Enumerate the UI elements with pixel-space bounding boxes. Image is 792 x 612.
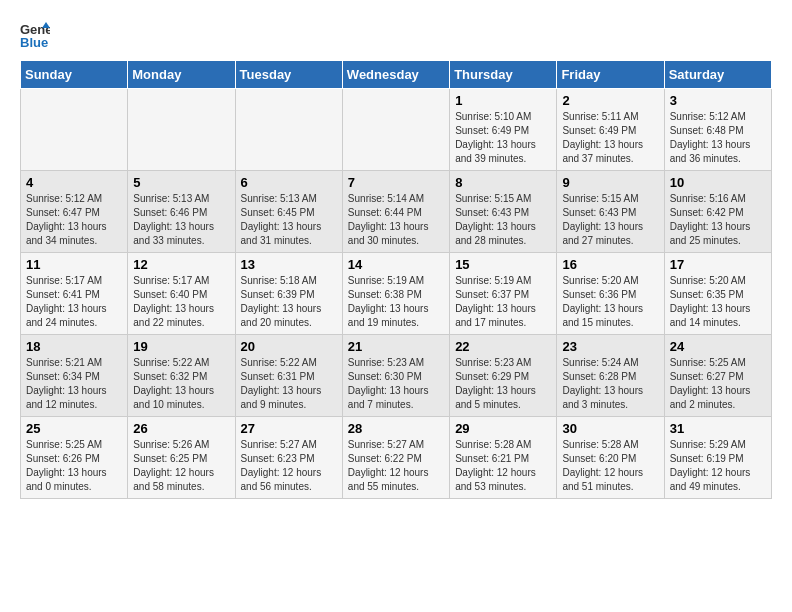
calendar-cell: 7Sunrise: 5:14 AM Sunset: 6:44 PM Daylig… bbox=[342, 171, 449, 253]
page-header: General Blue bbox=[20, 20, 772, 50]
day-info: Sunrise: 5:23 AM Sunset: 6:30 PM Dayligh… bbox=[348, 356, 444, 412]
calendar-cell: 26Sunrise: 5:26 AM Sunset: 6:25 PM Dayli… bbox=[128, 417, 235, 499]
header-cell-thursday: Thursday bbox=[450, 61, 557, 89]
calendar-cell: 11Sunrise: 5:17 AM Sunset: 6:41 PM Dayli… bbox=[21, 253, 128, 335]
day-number: 18 bbox=[26, 339, 122, 354]
calendar-cell: 23Sunrise: 5:24 AM Sunset: 6:28 PM Dayli… bbox=[557, 335, 664, 417]
header-row: SundayMondayTuesdayWednesdayThursdayFrid… bbox=[21, 61, 772, 89]
day-number: 1 bbox=[455, 93, 551, 108]
calendar-cell bbox=[342, 89, 449, 171]
day-info: Sunrise: 5:13 AM Sunset: 6:45 PM Dayligh… bbox=[241, 192, 337, 248]
calendar-cell: 16Sunrise: 5:20 AM Sunset: 6:36 PM Dayli… bbox=[557, 253, 664, 335]
calendar-cell: 27Sunrise: 5:27 AM Sunset: 6:23 PM Dayli… bbox=[235, 417, 342, 499]
calendar-cell: 28Sunrise: 5:27 AM Sunset: 6:22 PM Dayli… bbox=[342, 417, 449, 499]
calendar-cell: 15Sunrise: 5:19 AM Sunset: 6:37 PM Dayli… bbox=[450, 253, 557, 335]
logo-icon: General Blue bbox=[20, 20, 50, 50]
week-row-5: 25Sunrise: 5:25 AM Sunset: 6:26 PM Dayli… bbox=[21, 417, 772, 499]
calendar-cell bbox=[21, 89, 128, 171]
header-cell-saturday: Saturday bbox=[664, 61, 771, 89]
header-cell-tuesday: Tuesday bbox=[235, 61, 342, 89]
calendar-cell: 14Sunrise: 5:19 AM Sunset: 6:38 PM Dayli… bbox=[342, 253, 449, 335]
day-info: Sunrise: 5:27 AM Sunset: 6:22 PM Dayligh… bbox=[348, 438, 444, 494]
header-cell-friday: Friday bbox=[557, 61, 664, 89]
calendar-cell: 6Sunrise: 5:13 AM Sunset: 6:45 PM Daylig… bbox=[235, 171, 342, 253]
day-info: Sunrise: 5:20 AM Sunset: 6:35 PM Dayligh… bbox=[670, 274, 766, 330]
day-info: Sunrise: 5:17 AM Sunset: 6:40 PM Dayligh… bbox=[133, 274, 229, 330]
calendar-cell: 10Sunrise: 5:16 AM Sunset: 6:42 PM Dayli… bbox=[664, 171, 771, 253]
day-info: Sunrise: 5:19 AM Sunset: 6:37 PM Dayligh… bbox=[455, 274, 551, 330]
day-number: 21 bbox=[348, 339, 444, 354]
day-info: Sunrise: 5:28 AM Sunset: 6:21 PM Dayligh… bbox=[455, 438, 551, 494]
day-number: 26 bbox=[133, 421, 229, 436]
day-number: 30 bbox=[562, 421, 658, 436]
day-info: Sunrise: 5:27 AM Sunset: 6:23 PM Dayligh… bbox=[241, 438, 337, 494]
day-number: 2 bbox=[562, 93, 658, 108]
calendar-table: SundayMondayTuesdayWednesdayThursdayFrid… bbox=[20, 60, 772, 499]
calendar-cell: 13Sunrise: 5:18 AM Sunset: 6:39 PM Dayli… bbox=[235, 253, 342, 335]
day-number: 12 bbox=[133, 257, 229, 272]
calendar-cell: 31Sunrise: 5:29 AM Sunset: 6:19 PM Dayli… bbox=[664, 417, 771, 499]
calendar-cell: 20Sunrise: 5:22 AM Sunset: 6:31 PM Dayli… bbox=[235, 335, 342, 417]
day-number: 8 bbox=[455, 175, 551, 190]
logo: General Blue bbox=[20, 20, 54, 50]
day-number: 15 bbox=[455, 257, 551, 272]
header-cell-sunday: Sunday bbox=[21, 61, 128, 89]
day-number: 16 bbox=[562, 257, 658, 272]
calendar-cell: 9Sunrise: 5:15 AM Sunset: 6:43 PM Daylig… bbox=[557, 171, 664, 253]
week-row-1: 1Sunrise: 5:10 AM Sunset: 6:49 PM Daylig… bbox=[21, 89, 772, 171]
calendar-cell: 21Sunrise: 5:23 AM Sunset: 6:30 PM Dayli… bbox=[342, 335, 449, 417]
svg-text:Blue: Blue bbox=[20, 35, 48, 50]
day-number: 3 bbox=[670, 93, 766, 108]
day-number: 5 bbox=[133, 175, 229, 190]
day-number: 22 bbox=[455, 339, 551, 354]
day-info: Sunrise: 5:22 AM Sunset: 6:32 PM Dayligh… bbox=[133, 356, 229, 412]
day-number: 20 bbox=[241, 339, 337, 354]
day-info: Sunrise: 5:29 AM Sunset: 6:19 PM Dayligh… bbox=[670, 438, 766, 494]
day-number: 9 bbox=[562, 175, 658, 190]
day-number: 24 bbox=[670, 339, 766, 354]
day-info: Sunrise: 5:13 AM Sunset: 6:46 PM Dayligh… bbox=[133, 192, 229, 248]
day-info: Sunrise: 5:12 AM Sunset: 6:48 PM Dayligh… bbox=[670, 110, 766, 166]
day-info: Sunrise: 5:23 AM Sunset: 6:29 PM Dayligh… bbox=[455, 356, 551, 412]
calendar-cell: 19Sunrise: 5:22 AM Sunset: 6:32 PM Dayli… bbox=[128, 335, 235, 417]
day-number: 19 bbox=[133, 339, 229, 354]
header-cell-monday: Monday bbox=[128, 61, 235, 89]
day-number: 6 bbox=[241, 175, 337, 190]
day-number: 23 bbox=[562, 339, 658, 354]
day-number: 13 bbox=[241, 257, 337, 272]
day-info: Sunrise: 5:26 AM Sunset: 6:25 PM Dayligh… bbox=[133, 438, 229, 494]
day-number: 14 bbox=[348, 257, 444, 272]
day-number: 10 bbox=[670, 175, 766, 190]
calendar-cell: 22Sunrise: 5:23 AM Sunset: 6:29 PM Dayli… bbox=[450, 335, 557, 417]
day-info: Sunrise: 5:15 AM Sunset: 6:43 PM Dayligh… bbox=[455, 192, 551, 248]
day-info: Sunrise: 5:19 AM Sunset: 6:38 PM Dayligh… bbox=[348, 274, 444, 330]
day-info: Sunrise: 5:10 AM Sunset: 6:49 PM Dayligh… bbox=[455, 110, 551, 166]
day-info: Sunrise: 5:21 AM Sunset: 6:34 PM Dayligh… bbox=[26, 356, 122, 412]
day-number: 27 bbox=[241, 421, 337, 436]
calendar-cell: 4Sunrise: 5:12 AM Sunset: 6:47 PM Daylig… bbox=[21, 171, 128, 253]
day-info: Sunrise: 5:14 AM Sunset: 6:44 PM Dayligh… bbox=[348, 192, 444, 248]
day-number: 17 bbox=[670, 257, 766, 272]
day-info: Sunrise: 5:28 AM Sunset: 6:20 PM Dayligh… bbox=[562, 438, 658, 494]
calendar-header: SundayMondayTuesdayWednesdayThursdayFrid… bbox=[21, 61, 772, 89]
calendar-body: 1Sunrise: 5:10 AM Sunset: 6:49 PM Daylig… bbox=[21, 89, 772, 499]
week-row-4: 18Sunrise: 5:21 AM Sunset: 6:34 PM Dayli… bbox=[21, 335, 772, 417]
calendar-cell: 1Sunrise: 5:10 AM Sunset: 6:49 PM Daylig… bbox=[450, 89, 557, 171]
day-info: Sunrise: 5:15 AM Sunset: 6:43 PM Dayligh… bbox=[562, 192, 658, 248]
day-number: 25 bbox=[26, 421, 122, 436]
day-info: Sunrise: 5:18 AM Sunset: 6:39 PM Dayligh… bbox=[241, 274, 337, 330]
day-info: Sunrise: 5:25 AM Sunset: 6:26 PM Dayligh… bbox=[26, 438, 122, 494]
calendar-cell: 3Sunrise: 5:12 AM Sunset: 6:48 PM Daylig… bbox=[664, 89, 771, 171]
week-row-3: 11Sunrise: 5:17 AM Sunset: 6:41 PM Dayli… bbox=[21, 253, 772, 335]
day-number: 28 bbox=[348, 421, 444, 436]
day-info: Sunrise: 5:22 AM Sunset: 6:31 PM Dayligh… bbox=[241, 356, 337, 412]
day-number: 29 bbox=[455, 421, 551, 436]
day-info: Sunrise: 5:17 AM Sunset: 6:41 PM Dayligh… bbox=[26, 274, 122, 330]
calendar-cell: 18Sunrise: 5:21 AM Sunset: 6:34 PM Dayli… bbox=[21, 335, 128, 417]
calendar-cell: 17Sunrise: 5:20 AM Sunset: 6:35 PM Dayli… bbox=[664, 253, 771, 335]
calendar-cell: 2Sunrise: 5:11 AM Sunset: 6:49 PM Daylig… bbox=[557, 89, 664, 171]
day-info: Sunrise: 5:25 AM Sunset: 6:27 PM Dayligh… bbox=[670, 356, 766, 412]
day-info: Sunrise: 5:24 AM Sunset: 6:28 PM Dayligh… bbox=[562, 356, 658, 412]
day-number: 7 bbox=[348, 175, 444, 190]
day-info: Sunrise: 5:11 AM Sunset: 6:49 PM Dayligh… bbox=[562, 110, 658, 166]
